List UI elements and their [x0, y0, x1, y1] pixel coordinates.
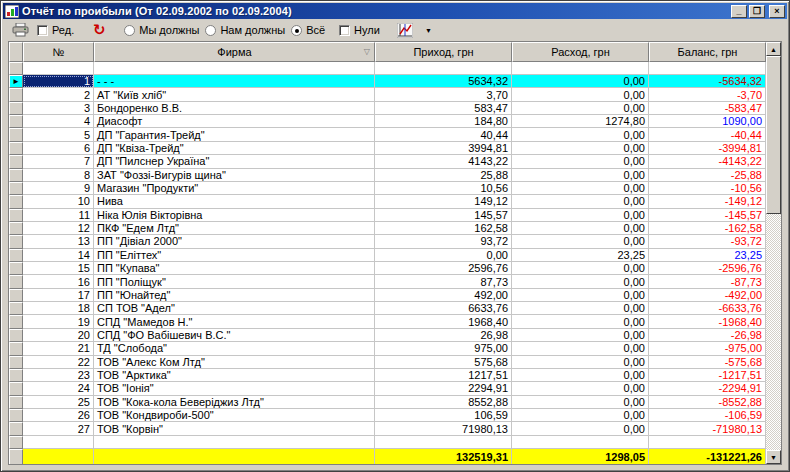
row-gutter[interactable]	[9, 155, 23, 168]
firm-cell[interactable]: ПП "Купава"	[94, 262, 375, 275]
firm-cell[interactable]: Ніка Юлія Вікторівна	[94, 209, 375, 222]
refresh-button[interactable]: ↻	[88, 21, 110, 40]
empty-cell[interactable]	[94, 436, 375, 449]
income-cell[interactable]: 2294,91	[375, 382, 512, 395]
table-row[interactable]: 7ДП "Пилснер Україна"4143,220,00-4143,22	[9, 155, 766, 168]
firm-cell[interactable]: ПП "Юнайтед"	[94, 289, 375, 302]
income-cell[interactable]: 0,00	[375, 249, 512, 262]
row-number-cell[interactable]: 15	[23, 262, 94, 275]
table-row[interactable]: 21ТД "Слобода"975,000,00-975,00	[9, 342, 766, 355]
balance-cell[interactable]: -93,72	[649, 235, 766, 248]
firm-cell[interactable]: ТОВ "Корвін"	[94, 422, 375, 435]
row-gutter[interactable]	[9, 382, 23, 395]
row-number-cell[interactable]: 3	[23, 102, 94, 115]
row-number-cell[interactable]: 20	[23, 329, 94, 342]
table-row[interactable]: 27ТОВ "Корвін"71980,130,00-71980,13	[9, 422, 766, 435]
expense-cell[interactable]: 0,00	[512, 235, 649, 248]
expense-cell[interactable]: 0,00	[512, 169, 649, 182]
firm-cell[interactable]: Диасофт	[94, 115, 375, 128]
row-number-cell[interactable]: 2	[23, 88, 94, 101]
table-row[interactable]: 22ТОВ "Алекс Ком Лтд"575,680,00-575,68	[9, 356, 766, 369]
balance-cell[interactable]: -25,88	[649, 169, 766, 182]
row-number-cell[interactable]: 26	[23, 409, 94, 422]
balance-cell[interactable]: -4143,22	[649, 155, 766, 168]
row-gutter[interactable]	[9, 209, 23, 222]
firm-cell[interactable]: ПП "Дівіал 2000"	[94, 235, 375, 248]
current-row-gutter[interactable]: ►	[9, 75, 23, 88]
radio-all-circle[interactable]	[291, 25, 302, 36]
income-cell[interactable]: 145,57	[375, 209, 512, 222]
minimize-button[interactable]: _	[731, 5, 747, 18]
balance-cell[interactable]: -2596,76	[649, 262, 766, 275]
row-gutter[interactable]	[9, 222, 23, 235]
balance-cell[interactable]: -5634,32	[649, 75, 766, 88]
row-gutter[interactable]	[9, 142, 23, 155]
row-gutter[interactable]	[9, 169, 23, 182]
expense-cell[interactable]: 0,00	[512, 329, 649, 342]
expense-cell[interactable]: 0,00	[512, 102, 649, 115]
expense-cell[interactable]: 0,00	[512, 422, 649, 435]
table-row[interactable]: 12ПКФ "Едем Лтд"162,580,00-162,58	[9, 222, 766, 235]
income-cell[interactable]: 2596,76	[375, 262, 512, 275]
firm-cell[interactable]: Нива	[94, 195, 375, 208]
income-cell[interactable]: 106,59	[375, 409, 512, 422]
balance-cell[interactable]: -3994,81	[649, 142, 766, 155]
edit-checkbox[interactable]: Ред.	[37, 24, 74, 36]
row-number-cell[interactable]: 10	[23, 195, 94, 208]
row-gutter[interactable]	[9, 342, 23, 355]
expense-cell[interactable]: 0,00	[512, 302, 649, 315]
expense-cell[interactable]: 0,00	[512, 88, 649, 101]
balance-cell[interactable]: -10,56	[649, 182, 766, 195]
table-row[interactable]: 24ТОВ "Іонія"2294,910,00-2294,91	[9, 382, 766, 395]
income-cell[interactable]: 6633,76	[375, 302, 512, 315]
row-number-cell[interactable]: 11	[23, 209, 94, 222]
expense-cell[interactable]: 0,00	[512, 195, 649, 208]
income-cell[interactable]: 71980,13	[375, 422, 512, 435]
firm-cell[interactable]: ТОВ "Кока-кола Беверіджиз Лтд"	[94, 396, 375, 409]
column-header-num[interactable]: №	[23, 42, 94, 62]
firm-cell[interactable]: ТОВ "Кондвироби-500"	[94, 409, 375, 422]
income-cell[interactable]: 25,88	[375, 169, 512, 182]
row-gutter[interactable]	[9, 369, 23, 382]
table-row[interactable]: 25ТОВ "Кока-кола Беверіджиз Лтд"8552,880…	[9, 396, 766, 409]
balance-cell[interactable]: -8552,88	[649, 396, 766, 409]
expense-cell[interactable]: 0,00	[512, 75, 649, 88]
row-gutter[interactable]	[9, 315, 23, 328]
firm-cell[interactable]: СПД "Мамедов Н."	[94, 315, 375, 328]
table-row[interactable]: 10Нива149,120,00-149,12	[9, 195, 766, 208]
row-number-cell[interactable]: 21	[23, 342, 94, 355]
row-number-cell[interactable]: 9	[23, 182, 94, 195]
chart-button[interactable]	[394, 21, 416, 40]
firm-cell[interactable]: ДП "Гарантия-Трейд"	[94, 128, 375, 141]
row-gutter[interactable]	[9, 182, 23, 195]
expense-cell[interactable]: 0,00	[512, 182, 649, 195]
expense-cell[interactable]: 0,00	[512, 289, 649, 302]
empty-cell[interactable]	[23, 436, 94, 449]
income-cell[interactable]: 162,58	[375, 222, 512, 235]
sort-indicator-icon[interactable]: ▽	[364, 48, 370, 56]
scroll-down-button[interactable]: ▼	[766, 450, 781, 464]
row-number-cell[interactable]: 1	[23, 75, 94, 88]
firm-cell[interactable]: Бондоренко В.В.	[94, 102, 375, 115]
income-cell[interactable]: 583,47	[375, 102, 512, 115]
table-row[interactable]: 13ПП "Дівіал 2000"93,720,00-93,72	[9, 235, 766, 248]
expense-cell[interactable]: 0,00	[512, 369, 649, 382]
balance-cell[interactable]: -145,57	[649, 209, 766, 222]
table-row[interactable]: ►1- - -5634,320,00-5634,32	[9, 75, 766, 88]
close-button[interactable]: ×	[769, 5, 785, 18]
income-cell[interactable]: 184,80	[375, 115, 512, 128]
row-number-cell[interactable]: 18	[23, 302, 94, 315]
row-number-cell[interactable]: 8	[23, 169, 94, 182]
firm-cell[interactable]: ЗАТ "Фоззі-Вигурів щина"	[94, 169, 375, 182]
firm-cell[interactable]: ТОВ "Іонія"	[94, 382, 375, 395]
row-gutter[interactable]	[9, 409, 23, 422]
vertical-scrollbar[interactable]: ▲ ▼	[766, 42, 781, 464]
balance-cell[interactable]: -975,00	[649, 342, 766, 355]
balance-cell[interactable]: -87,73	[649, 275, 766, 288]
firm-cell[interactable]: ПП "Еліттех"	[94, 249, 375, 262]
row-gutter[interactable]	[9, 289, 23, 302]
table-row[interactable]: 9Магазин "Продукти"10,560,00-10,56	[9, 182, 766, 195]
income-cell[interactable]: 1217,51	[375, 369, 512, 382]
balance-cell[interactable]: 23,25	[649, 249, 766, 262]
table-row[interactable]: 3Бондоренко В.В.583,470,00-583,47	[9, 102, 766, 115]
